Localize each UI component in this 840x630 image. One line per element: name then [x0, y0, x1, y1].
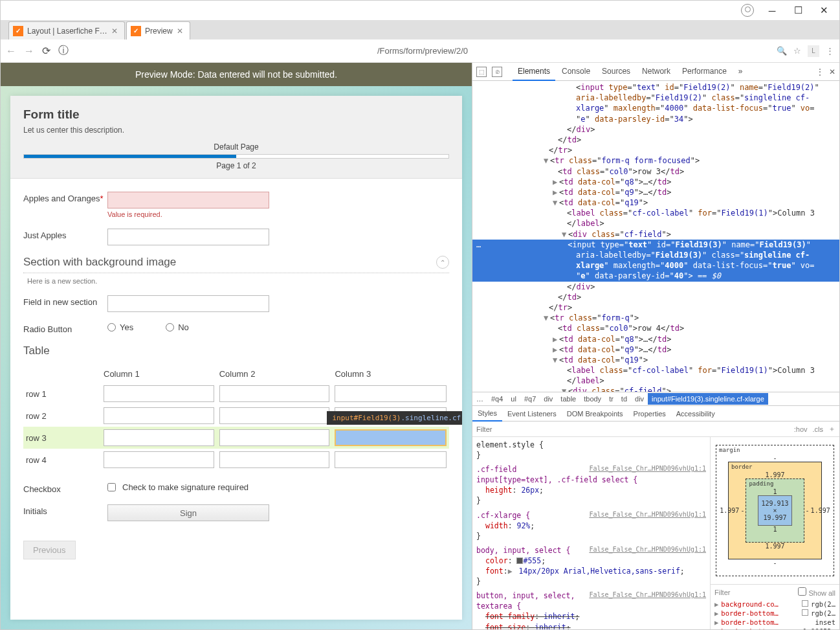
- tab-close-icon[interactable]: ✕: [111, 27, 118, 36]
- table-title: Table: [23, 344, 449, 357]
- progress-label: Default Page: [23, 142, 449, 152]
- table-cell-input[interactable]: [104, 429, 214, 446]
- browser-tabs: ✓ Layout | Laserfiche Forms ✕ ✓ Preview …: [1, 20, 839, 39]
- browser-tab-layout[interactable]: ✓ Layout | Laserfiche Forms ✕: [8, 21, 125, 39]
- table-row: row 3 input#Field19(3).singleline.cf-xla…: [23, 427, 449, 449]
- field-new-section-label: Field in new section: [23, 295, 107, 307]
- preview-mode-banner: Preview Mode: Data entered will not be s…: [1, 63, 472, 86]
- table-col-2: Column 2: [217, 365, 333, 383]
- add-rule-icon[interactable]: ＋: [828, 424, 835, 434]
- reload-button[interactable]: ⟳: [42, 45, 50, 57]
- dom-breakpoints-tab[interactable]: DOM Breakpoints: [562, 407, 628, 421]
- back-button[interactable]: ←: [6, 45, 16, 57]
- user-account-icon[interactable]: [741, 4, 754, 17]
- apples-oranges-label: Apples and Oranges*: [23, 192, 107, 203]
- table-col-1: Column 1: [101, 365, 217, 383]
- styles-rules[interactable]: element.style { } False_False_Chr…HPND09…: [472, 437, 710, 629]
- url-text[interactable]: /Forms/form/preview/2/0: [76, 46, 769, 56]
- table-col-3: Column 3: [332, 365, 449, 383]
- computed-filter[interactable]: Filter: [714, 589, 730, 596]
- table-cell-input[interactable]: [104, 385, 214, 402]
- devtools-menu-icon[interactable]: ⋮: [816, 67, 824, 76]
- minimize-button[interactable]: ─: [759, 2, 785, 19]
- tab-sources[interactable]: Sources: [597, 63, 636, 81]
- just-apples-label: Just Apples: [23, 229, 107, 240]
- form-preview-pane: Preview Mode: Data entered will not be s…: [1, 63, 472, 629]
- tabs-overflow-icon[interactable]: »: [733, 63, 748, 81]
- devtools-close-icon[interactable]: ✕: [829, 67, 835, 76]
- styles-filter-input[interactable]: [476, 425, 789, 433]
- device-toggle-icon[interactable]: ⎚: [492, 67, 502, 77]
- inspector-tooltip: input#Field19(3).singleline.cf-xlarge 13…: [327, 411, 462, 425]
- section-description: Here is a new section.: [27, 277, 449, 285]
- favicon-icon: ✓: [13, 26, 23, 36]
- table-row: row 1: [23, 383, 449, 405]
- tab-console[interactable]: Console: [557, 63, 595, 81]
- sign-button[interactable]: Sign: [107, 504, 269, 521]
- pager-text: Page 1 of 2: [23, 161, 449, 170]
- show-all-checkbox[interactable]: [798, 587, 806, 596]
- section-title: Section with background image: [23, 256, 436, 269]
- tab-elements[interactable]: Elements: [513, 63, 555, 81]
- table-cell-input[interactable]: [219, 451, 330, 468]
- form-title: Form title: [23, 107, 449, 122]
- collapse-section-button[interactable]: ⌃: [436, 256, 449, 269]
- form-header: Form title Let us center this descriptio…: [10, 96, 462, 179]
- favicon-icon: ✓: [131, 26, 141, 36]
- tab-title: Layout | Laserfiche Forms: [27, 27, 107, 36]
- form-table: Column 1 Column 2 Column 3 row 1 row 2 r…: [23, 365, 449, 471]
- tab-close-icon[interactable]: ✕: [177, 27, 183, 36]
- computed-styles[interactable]: ▶background-co…rgb(2… ▶border-bottom…rgb…: [711, 600, 839, 629]
- apples-oranges-input[interactable]: [107, 192, 269, 208]
- just-apples-input[interactable]: [107, 229, 269, 245]
- forward-button[interactable]: →: [24, 45, 34, 57]
- table-cell-input[interactable]: [104, 451, 214, 468]
- form-description: Let us center this description.: [23, 126, 449, 135]
- radio-no[interactable]: No: [166, 322, 189, 332]
- profile-badge[interactable]: L: [808, 45, 819, 57]
- styles-tab[interactable]: Styles: [472, 406, 502, 422]
- inspected-cell-input[interactable]: [335, 429, 447, 446]
- initials-label: Initials: [23, 504, 107, 516]
- progress-bar: [23, 154, 449, 159]
- info-icon[interactable]: ⓘ: [58, 44, 69, 58]
- inspect-element-icon[interactable]: ⬚: [476, 67, 487, 77]
- radio-label: Radio Button: [23, 322, 107, 334]
- accessibility-tab[interactable]: Accessibility: [671, 407, 720, 421]
- close-button[interactable]: ✕: [811, 2, 837, 19]
- table-cell-input[interactable]: [219, 407, 330, 424]
- table-cell-input[interactable]: [335, 451, 447, 468]
- search-icon[interactable]: 🔍: [777, 46, 787, 56]
- elements-tree[interactable]: <input type="text" id="Field19(2)" name=…: [472, 81, 839, 392]
- properties-tab[interactable]: Properties: [628, 407, 671, 421]
- hov-toggle[interactable]: :hov: [794, 425, 808, 433]
- validation-error: Value is required.: [107, 210, 449, 218]
- tab-performance[interactable]: Performance: [677, 63, 732, 81]
- breadcrumb[interactable]: … #q4 ul #q7 div table tbody tr td div i…: [472, 392, 839, 406]
- checkbox-text: Check to make signature required: [122, 482, 249, 492]
- event-listeners-tab[interactable]: Event Listeners: [502, 407, 562, 421]
- tab-title: Preview: [145, 27, 173, 36]
- signature-required-checkbox[interactable]: [107, 483, 116, 491]
- checkbox-label: Checkbox: [23, 482, 107, 494]
- maximize-button[interactable]: ☐: [785, 2, 811, 19]
- menu-icon[interactable]: ⋮: [826, 46, 834, 56]
- browser-tab-preview[interactable]: ✓ Preview ✕: [126, 21, 190, 39]
- table-cell-input[interactable]: [104, 407, 214, 424]
- table-cell-input[interactable]: [219, 385, 330, 402]
- table-cell-input[interactable]: [219, 429, 330, 446]
- field-new-section-input[interactable]: [107, 295, 269, 312]
- cls-toggle[interactable]: .cls: [813, 425, 824, 433]
- devtools-panel: ⬚ ⎚ Elements Console Sources Network Per…: [472, 63, 839, 629]
- table-row: row 4: [23, 449, 449, 471]
- previous-button[interactable]: Previous: [23, 541, 76, 559]
- radio-yes[interactable]: Yes: [107, 322, 133, 332]
- table-cell-input[interactable]: [335, 385, 447, 402]
- window-titlebar: ─ ☐ ✕: [1, 1, 839, 20]
- address-bar: ← → ⟳ ⓘ /Forms/form/preview/2/0 🔍 ☆ L ⋮: [1, 39, 839, 63]
- tab-network[interactable]: Network: [637, 63, 676, 81]
- bookmark-icon[interactable]: ☆: [793, 46, 801, 56]
- box-model: margin- border1.997 1.997- padding1 129.…: [711, 437, 839, 584]
